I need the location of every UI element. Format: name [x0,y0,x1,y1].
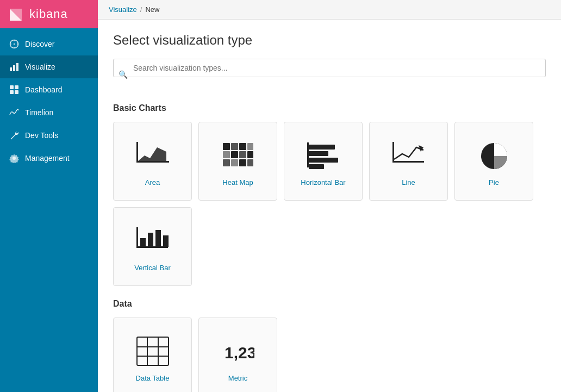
sidebar-item-devtools-label: Dev Tools [25,131,58,140]
vis-card-vertical-bar[interactable]: Vertical Bar [113,207,192,286]
vis-card-area[interactable]: Area [113,122,192,201]
svg-rect-9 [13,65,15,71]
sidebar-nav: Discover Visualize Dashboar [0,28,98,170]
sidebar: kibana Discover [0,0,98,392]
sidebar-item-visualize[interactable]: Visualize [0,55,98,78]
area-icon [135,138,170,173]
line-icon [391,138,426,173]
svg-point-4 [14,40,15,41]
vis-card-data-table-label: Data Table [136,374,170,382]
vis-card-line[interactable]: Line [369,122,448,201]
heat-map-icon [221,138,255,173]
vis-card-heat-map[interactable]: Heat Map [198,122,277,201]
svg-rect-37 [392,142,394,163]
svg-rect-33 [309,151,328,156]
svg-rect-27 [231,159,238,166]
svg-point-6 [10,43,11,45]
vis-card-pie[interactable]: Pie [454,122,533,201]
svg-rect-42 [140,238,146,247]
data-grid: Data Table 1,234 Metric [113,318,546,392]
sidebar-item-visualize-label: Visualize [25,63,55,71]
svg-point-5 [14,47,15,48]
horizontal-bar-icon [306,138,341,173]
vis-card-metric[interactable]: 1,234 Metric [198,318,277,392]
svg-rect-14 [15,90,18,94]
vis-card-area-label: Area [145,178,160,186]
svg-point-7 [17,43,18,45]
sidebar-item-discover-label: Discover [25,40,54,48]
kibana-logo-icon [8,5,25,23]
sidebar-item-management-label: Management [25,154,70,163]
sidebar-item-dashboard[interactable]: Dashboard [0,78,98,101]
page-title: Select visualization type [113,33,546,48]
svg-rect-12 [15,85,18,89]
vis-card-metric-label: Metric [228,374,247,382]
dashboard-icon [9,84,20,95]
content-area: Select visualization type 🔍 Basic Charts… [98,20,561,392]
pie-icon [477,138,512,173]
section-basic-charts-title: Basic Charts [113,103,546,113]
bar-chart-icon [9,61,20,72]
logo[interactable]: kibana [0,0,98,28]
vis-card-horizontal-bar[interactable]: Horizontal Bar [284,122,363,201]
svg-marker-17 [138,147,166,161]
svg-rect-10 [16,63,18,71]
breadcrumb-separator: / [140,5,142,14]
svg-rect-36 [392,161,424,163]
svg-rect-16 [136,142,138,163]
breadcrumb-current: New [145,5,159,14]
svg-rect-22 [223,151,230,158]
svg-rect-8 [10,67,12,71]
svg-point-3 [14,43,15,45]
vis-card-horizontal-bar-label: Horizontal Bar [301,178,345,186]
vis-card-vertical-bar-label: Vertical Bar [134,264,170,272]
svg-rect-28 [239,159,246,166]
svg-rect-41 [136,227,138,248]
vertical-bar-icon [135,223,170,258]
compass-icon [9,39,20,49]
vis-card-pie-label: Pie [489,178,499,186]
vis-card-heat-map-label: Heat Map [222,178,253,186]
svg-rect-25 [247,151,253,158]
svg-rect-23 [231,151,238,158]
svg-rect-18 [223,143,230,150]
kibana-logo-text: kibana [29,7,68,21]
svg-rect-24 [239,151,246,158]
svg-rect-13 [10,90,14,94]
timelion-icon [9,107,20,118]
svg-rect-29 [247,159,253,166]
breadcrumb-parent[interactable]: Visualize [109,5,137,14]
svg-rect-44 [155,230,161,247]
sidebar-item-dashboard-label: Dashboard [25,85,63,94]
svg-rect-19 [231,143,238,150]
svg-text:1,234: 1,234 [225,344,254,362]
svg-rect-43 [148,233,153,247]
sidebar-item-devtools[interactable]: Dev Tools [0,124,98,147]
main-content: Visualize / New Select visualization typ… [98,0,561,392]
svg-rect-31 [307,165,309,166]
search-input[interactable] [113,59,546,77]
sidebar-item-discover[interactable]: Discover [0,33,98,55]
svg-rect-35 [309,164,324,169]
metric-icon: 1,234 [221,334,255,369]
svg-rect-26 [223,159,230,166]
search-icon: 🔍 [119,70,128,79]
svg-rect-15 [136,161,169,163]
breadcrumb: Visualize / New [98,0,561,20]
svg-rect-20 [239,143,246,150]
sidebar-item-timelion[interactable]: Timelion [0,101,98,124]
vis-card-data-table[interactable]: Data Table [113,318,192,392]
sidebar-item-timelion-label: Timelion [25,108,53,117]
search-wrapper: 🔍 [113,59,546,90]
svg-rect-21 [247,143,253,150]
data-table-icon [135,334,170,369]
vis-card-line-label: Line [402,178,415,186]
svg-rect-46 [137,337,169,365]
basic-charts-grid: Area [113,122,546,286]
sidebar-item-management[interactable]: Management [0,147,98,170]
wrench-icon [9,130,20,141]
gear-icon [9,153,20,164]
section-data-title: Data [113,299,546,309]
svg-rect-45 [163,235,169,247]
svg-rect-34 [309,158,338,163]
